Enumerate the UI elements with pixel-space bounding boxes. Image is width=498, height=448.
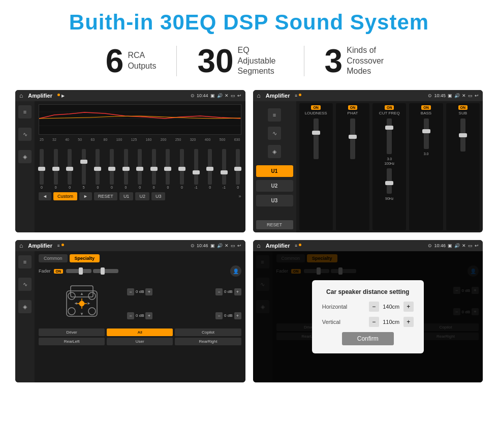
back-icon-4[interactable]: ↩ xyxy=(475,243,479,248)
reset-btn-1[interactable]: RESET xyxy=(94,192,117,200)
u3-btn[interactable]: U3 xyxy=(151,192,166,200)
rearright-btn[interactable]: RearRight xyxy=(175,338,241,345)
fader-h-slider-2[interactable] xyxy=(93,269,118,273)
slider-track-10[interactable] xyxy=(180,149,184,185)
vol-plus-tl[interactable]: + xyxy=(145,288,152,295)
channel-sub: ON SUB xyxy=(446,103,480,230)
copilot-btn[interactable]: Copilot xyxy=(175,328,241,336)
user-btn[interactable]: User xyxy=(107,338,173,345)
slider-track-11[interactable] xyxy=(194,149,198,185)
screen1-content: ≡ ∿ ◈ xyxy=(15,101,245,232)
home-icon-3[interactable]: ⌂ xyxy=(19,242,23,249)
amp-spk-icon[interactable]: ◈ xyxy=(268,145,281,158)
slider-track-7[interactable] xyxy=(138,149,142,185)
slider-track-14[interactable] xyxy=(236,149,240,185)
time-1: 10:44 xyxy=(197,93,208,98)
slider-track-4[interactable] xyxy=(96,149,100,185)
eq-slider-5: 0 xyxy=(110,149,114,189)
svg-point-7 xyxy=(68,308,75,315)
eq-slider-12: 0 xyxy=(208,149,212,189)
slider-track-5[interactable] xyxy=(110,149,114,185)
u2-btn[interactable]: U2 xyxy=(135,192,149,200)
confirm-btn[interactable]: Confirm xyxy=(342,332,394,345)
back-icon-1[interactable]: ↩ xyxy=(237,93,241,98)
vol-plus-bl[interactable]: + xyxy=(145,312,152,319)
eq-icon-btn[interactable]: ≡ xyxy=(18,105,32,118)
win-icon-3: ▭ xyxy=(231,243,235,248)
vol-minus-bl[interactable]: − xyxy=(127,312,134,319)
vol-icon-4: 🔊 xyxy=(454,243,460,248)
slider-sub[interactable] xyxy=(460,118,465,152)
slider-track-0[interactable] xyxy=(40,149,44,185)
u1-btn[interactable]: U1 xyxy=(119,192,134,200)
cam-icon-1: ▣ xyxy=(210,93,215,98)
reset-amp-btn[interactable]: RESET xyxy=(256,220,293,229)
custom-btn[interactable]: Custom xyxy=(53,192,77,200)
driver-btn[interactable]: Driver xyxy=(39,328,105,336)
car-diagram: ▲ ▼ ◄ ► xyxy=(39,281,125,326)
slider-track-8[interactable] xyxy=(152,149,156,185)
slider-phat[interactable] xyxy=(350,118,355,159)
u3-amp-btn[interactable]: U3 xyxy=(256,195,293,206)
svg-point-8 xyxy=(88,308,96,315)
slider-loudness[interactable] xyxy=(314,118,319,159)
vol-minus-br[interactable]: − xyxy=(215,312,223,319)
user-icon-3[interactable]: 👤 xyxy=(230,265,241,277)
home-icon-1[interactable]: ⌂ xyxy=(19,92,23,99)
fader-h-slider-1[interactable] xyxy=(66,269,91,273)
eq-slider-7: 0 xyxy=(138,149,142,189)
tab-specialty[interactable]: Specialty xyxy=(70,254,100,262)
slider-bass[interactable] xyxy=(424,118,429,149)
eq-bottom-bar: ◄ Custom ► RESET U1 U2 U3 » xyxy=(39,192,241,200)
slider-cutfreq2[interactable] xyxy=(387,168,392,194)
dialog-title: Car speaker distance setting xyxy=(322,288,414,295)
x-icon-1: ✕ xyxy=(225,93,229,98)
prev-btn[interactable]: ◄ xyxy=(39,192,51,200)
spk-eq-icon[interactable]: ≡ xyxy=(18,255,32,268)
screen2-content: ≡ ∿ ◈ U1 U2 U3 RESET ON LOUDNESS xyxy=(253,101,483,232)
label-phat: PHAT xyxy=(348,111,358,115)
horizontal-minus-btn[interactable]: − xyxy=(369,302,379,312)
play-btn[interactable]: ► xyxy=(79,192,92,200)
spk-spk-icon[interactable]: ◈ xyxy=(18,300,32,313)
vol-minus-tl[interactable]: − xyxy=(127,288,134,295)
all-btn[interactable]: All xyxy=(107,328,173,336)
u2-amp-btn[interactable]: U2 xyxy=(256,180,293,192)
vol-val-br: 0 dB xyxy=(224,313,232,318)
dialog-control-horizontal: − 140cm + xyxy=(369,302,414,312)
rearleft-btn[interactable]: RearLeft xyxy=(39,338,105,345)
tab-common[interactable]: Common xyxy=(39,254,68,262)
home-icon-2[interactable]: ⌂ xyxy=(257,92,261,99)
slider-cutfreq[interactable] xyxy=(387,118,392,154)
slider-track-1[interactable] xyxy=(54,149,58,185)
horizontal-plus-btn[interactable]: + xyxy=(403,302,414,312)
eq-slider-2: 0 xyxy=(68,149,72,189)
bottom-btns-3b: RearLeft User RearRight xyxy=(39,338,241,345)
vertical-plus-btn[interactable]: + xyxy=(403,317,414,327)
eq-slider-9: 0 xyxy=(166,149,170,189)
vol-plus-tr[interactable]: + xyxy=(234,288,241,295)
speaker-icon-btn[interactable]: ◈ xyxy=(18,150,32,163)
slider-track-9[interactable] xyxy=(166,149,170,185)
slider-track-13[interactable] xyxy=(222,149,226,185)
vol-plus-br[interactable]: + xyxy=(234,312,241,319)
eq-freq-labels: 25 32 40 50 63 80 100 125 160 200 250 32… xyxy=(39,138,241,141)
u1-amp-btn[interactable]: U1 xyxy=(256,165,293,177)
vol-minus-tr[interactable]: − xyxy=(215,288,223,295)
back-icon-2[interactable]: ↩ xyxy=(475,93,479,98)
dot1 xyxy=(57,94,60,96)
slider-track-6[interactable] xyxy=(124,149,128,185)
slider-track-12[interactable] xyxy=(208,149,212,185)
vertical-minus-btn[interactable]: − xyxy=(369,317,379,327)
back-icon-3[interactable]: ↩ xyxy=(237,243,241,248)
home-icon-4[interactable]: ⌂ xyxy=(257,242,261,249)
wave-icon-btn[interactable]: ∿ xyxy=(18,128,32,141)
amp-wave-icon[interactable]: ∿ xyxy=(268,127,281,140)
x-icon-4: ✕ xyxy=(462,243,466,248)
slider-track-2[interactable] xyxy=(68,149,72,185)
slider-track-3[interactable] xyxy=(82,149,86,185)
spk-wave-icon[interactable]: ∿ xyxy=(18,278,32,291)
amp-eq-icon[interactable]: ≡ xyxy=(268,108,281,122)
app-name-4: Amplifier xyxy=(266,243,290,249)
dialog-row-horizontal: Horizontal − 140cm + xyxy=(322,302,414,312)
